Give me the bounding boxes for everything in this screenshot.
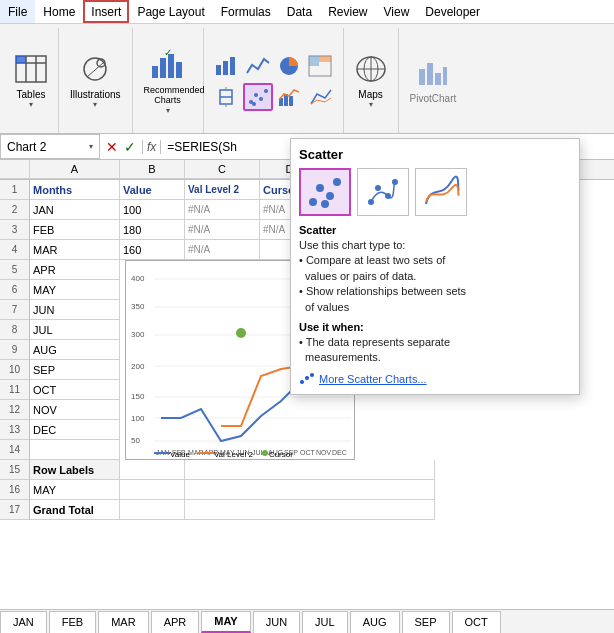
scatter-type-curve[interactable] [415,168,467,216]
cell-b17[interactable] [120,500,185,520]
cell-rest17[interactable] [185,500,435,520]
cell-c1[interactable]: Val Level 2 [185,180,260,200]
cell-a11[interactable]: OCT [30,380,120,400]
name-box-arrow[interactable]: ▾ [89,142,93,151]
tables-dropdown-arrow[interactable]: ▾ [29,100,33,109]
table-row: 16 MAY [0,480,614,500]
cell-c2[interactable]: #N/A [185,200,260,220]
cell-b4[interactable]: 160 [120,240,185,260]
tab-apr[interactable]: APR [151,611,200,633]
tab-mar[interactable]: MAR [98,611,148,633]
menu-pagelayout[interactable]: Page Layout [129,0,212,23]
scatter-type-smooth[interactable] [357,168,409,216]
cell-a14[interactable] [30,440,120,460]
cell-b3[interactable]: 180 [120,220,185,240]
cell-rest16[interactable] [185,480,435,500]
illustrations-button[interactable]: Illustrations ▾ [65,52,126,112]
cell-rest15[interactable] [185,460,435,480]
cell-a17[interactable]: Grand Total [30,500,120,520]
cell-a12[interactable]: NOV [30,400,120,420]
more-scatter-charts-link[interactable]: More Scatter Charts... [299,372,571,386]
hierarchy-chart-button[interactable] [306,53,334,79]
menu-review[interactable]: Review [320,0,375,23]
cell-b2[interactable]: 100 [120,200,185,220]
svg-line-7 [87,63,103,77]
tab-oct[interactable]: OCT [452,611,501,633]
col-header-c[interactable]: C [185,160,260,179]
pie-chart-button[interactable] [275,53,303,79]
scatter-type-dots[interactable] [299,168,351,216]
cell-b16[interactable] [120,480,185,500]
svg-text:100: 100 [131,414,145,423]
menu-file[interactable]: File [0,0,35,23]
tab-jun[interactable]: JUN [253,611,300,633]
combo-chart-button[interactable] [276,83,304,111]
maps-button[interactable]: Maps ▾ [350,52,392,112]
svg-point-69 [262,450,268,456]
table-row: 8 JUL [0,320,120,340]
table-row: 12 NOV [0,400,120,420]
cell-c4[interactable]: #N/A [185,240,260,260]
scatter-popup-title: Scatter [299,147,571,162]
tab-feb[interactable]: FEB [49,611,96,633]
svg-point-76 [375,185,381,191]
cell-a1[interactable]: Months [30,180,120,200]
cell-a5[interactable]: APR [30,260,120,280]
maps-dropdown-arrow[interactable]: ▾ [369,100,373,109]
column-chart-button[interactable] [213,53,241,79]
cell-a4[interactable]: MAR [30,240,120,260]
tab-may[interactable]: MAY [201,611,250,633]
menu-formulas[interactable]: Formulas [213,0,279,23]
menu-view[interactable]: View [376,0,418,23]
recommended-charts-icon: ✓ [150,48,186,84]
cell-c3[interactable]: #N/A [185,220,260,240]
cell-b1[interactable]: Value [120,180,185,200]
col-header-a[interactable]: A [30,160,120,179]
menu-insert[interactable]: Insert [83,0,129,23]
svg-point-71 [316,184,324,192]
popup-use-when-desc: • The data represents separate measureme… [299,335,571,366]
cell-a15[interactable]: Row Labels [30,460,120,480]
tab-jan[interactable]: JAN [0,611,47,633]
formula-confirm-button[interactable]: ✓ [122,139,138,155]
cell-a8[interactable]: JUL [30,320,120,340]
ribbon: Tables ▾ Illustrations ▾ ✓ Recommended C… [0,24,614,134]
svg-text:200: 200 [131,362,145,371]
menu-data[interactable]: Data [279,0,320,23]
svg-rect-8 [152,66,158,78]
scatter-popup: Scatter [290,138,580,395]
ribbon-group-charts [204,28,344,133]
menu-home[interactable]: Home [35,0,83,23]
cell-a6[interactable]: MAY [30,280,120,300]
illustrations-dropdown-arrow[interactable]: ▾ [93,100,97,109]
tab-sep[interactable]: SEP [402,611,450,633]
pivotchart-button[interactable]: PivotChart [405,56,462,107]
scatter-chart-button[interactable] [243,83,273,111]
svg-point-54 [236,328,246,338]
cell-a7[interactable]: JUN [30,300,120,320]
cell-a3[interactable]: FEB [30,220,120,240]
cell-a2[interactable]: JAN [30,200,120,220]
svg-rect-19 [319,56,331,62]
formula-cancel-button[interactable]: ✕ [104,139,120,155]
stat-chart-button[interactable] [212,83,240,111]
tab-jul[interactable]: JUL [302,611,348,633]
recommended-charts-button[interactable]: ✓ Recommended Charts ▾ [139,45,197,118]
cell-a9[interactable]: AUG [30,340,120,360]
recommended-charts-dropdown-arrow[interactable]: ▾ [166,106,170,115]
table-row: 7 JUN [0,300,120,320]
cell-b15[interactable] [120,460,185,480]
row-num-4: 4 [0,240,30,260]
cell-a10[interactable]: SEP [30,360,120,380]
surface-chart-button[interactable] [307,83,335,111]
menu-developer[interactable]: Developer [417,0,488,23]
col-header-b[interactable]: B [120,160,185,179]
table-row: 13 DEC [0,420,120,440]
cell-a13[interactable]: DEC [30,420,120,440]
cell-a16[interactable]: MAY [30,480,120,500]
tables-button[interactable]: Tables ▾ [10,52,52,112]
line-chart-button[interactable] [244,53,272,79]
tab-aug[interactable]: AUG [350,611,400,633]
name-box[interactable]: Chart 2 ▾ [0,134,100,159]
svg-text:350: 350 [131,302,145,311]
